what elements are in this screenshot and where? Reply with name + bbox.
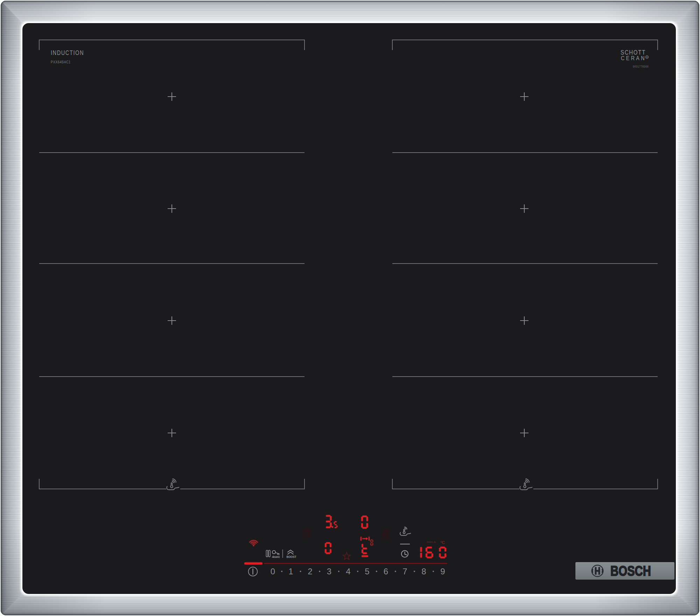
- svg-text:SCHOTT: SCHOTT: [621, 49, 646, 56]
- svg-text:4: 4: [346, 567, 350, 576]
- svg-text:R: R: [646, 56, 648, 58]
- svg-text:CERAN: CERAN: [621, 55, 646, 61]
- svg-text:5: 5: [365, 567, 369, 576]
- svg-text:4sec: 4sec: [272, 555, 280, 559]
- svg-text:3: 3: [327, 567, 331, 576]
- svg-text:PXX645HC1: PXX645HC1: [51, 60, 71, 64]
- svg-text:min.s: min.s: [427, 540, 436, 544]
- svg-text:INDUCTION: INDUCTION: [51, 49, 84, 56]
- svg-text:0: 0: [271, 567, 275, 576]
- svg-text:BOSCH: BOSCH: [610, 563, 651, 579]
- svg-text:8: 8: [421, 567, 426, 576]
- svg-text:9001778568: 9001778568: [633, 65, 649, 68]
- svg-text:6: 6: [384, 567, 388, 576]
- svg-text:°C: °C: [440, 540, 445, 545]
- svg-text:1: 1: [288, 567, 293, 576]
- svg-text:2: 2: [308, 567, 312, 576]
- svg-text:7: 7: [402, 567, 407, 576]
- svg-text:9: 9: [440, 567, 445, 576]
- svg-text:BOOST: BOOST: [287, 555, 296, 559]
